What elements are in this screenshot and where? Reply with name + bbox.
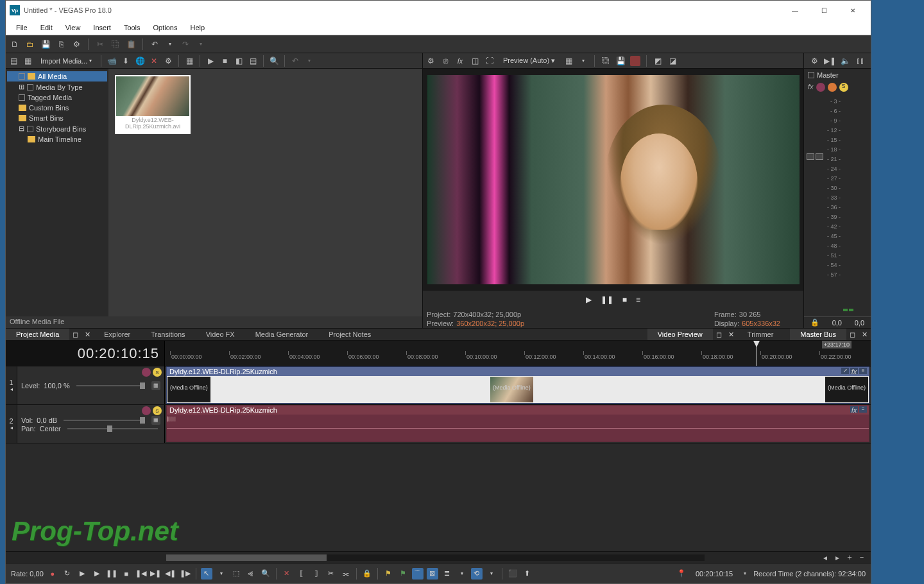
- tab-close-icon[interactable]: ✕: [725, 331, 737, 339]
- stop-icon[interactable]: ■: [121, 568, 132, 580]
- save-snapshot-icon[interactable]: 💾: [615, 56, 626, 66]
- tc-drop-icon[interactable]: ▾: [740, 569, 750, 579]
- open-icon[interactable]: 🗀: [25, 39, 35, 49]
- cut-icon[interactable]: ✂: [95, 39, 105, 49]
- media-props-icon[interactable]: ▤: [8, 56, 19, 66]
- zoom-out-icon[interactable]: －: [857, 553, 867, 563]
- tab-float-icon[interactable]: ◻: [69, 331, 81, 339]
- adjust2-icon[interactable]: ◪: [667, 56, 678, 66]
- preview-viewport[interactable]: [423, 69, 803, 291]
- media-thumb[interactable]: Dyldy.e12.WEB-DLRip.25Kuzmich.avi: [115, 75, 191, 134]
- track-number[interactable]: 2◂: [6, 405, 17, 443]
- drop-icon[interactable]: ▾: [216, 568, 227, 580]
- master-prev-icon[interactable]: ▶❚: [825, 56, 835, 66]
- tab-trimmer[interactable]: Trimmer: [737, 329, 784, 340]
- delete-icon[interactable]: ✕: [149, 56, 159, 66]
- preview-device-icon[interactable]: ⎚: [440, 56, 450, 66]
- search-icon[interactable]: 🔍: [269, 56, 279, 66]
- delete-icon[interactable]: ✕: [281, 568, 293, 580]
- render-region-icon[interactable]: ⬛: [507, 568, 518, 580]
- render-icon[interactable]: ⎘: [56, 39, 66, 49]
- level-slider[interactable]: [76, 385, 145, 386]
- playback-rate[interactable]: Rate: 0,00: [11, 570, 44, 578]
- split-icon[interactable]: ✂: [325, 568, 337, 580]
- get-media-icon[interactable]: ⬇: [121, 56, 131, 66]
- play-icon[interactable]: ▶: [586, 295, 592, 304]
- trim-end-icon[interactable]: ⟧: [311, 568, 322, 580]
- media-lib-icon[interactable]: ▦: [22, 56, 33, 66]
- preview-props-icon[interactable]: ⚙: [425, 56, 436, 66]
- play-start-icon[interactable]: ▶: [76, 568, 88, 580]
- end-marker[interactable]: +23:17:10: [822, 341, 851, 348]
- stop-icon[interactable]: ■: [622, 295, 627, 304]
- mute-icon[interactable]: ▦: [151, 381, 160, 390]
- back-icon[interactable]: ↶: [290, 56, 300, 66]
- playhead[interactable]: [757, 341, 757, 366]
- tab-explorer[interactable]: Explorer: [94, 329, 141, 340]
- solo-icon[interactable]: S: [153, 406, 162, 415]
- tree-media-by-type[interactable]: ⊞Media By Type: [7, 82, 107, 92]
- master-fx-icon[interactable]: fx: [808, 83, 814, 92]
- go-end-icon[interactable]: ▶❚: [150, 568, 162, 580]
- auto-ripple-icon[interactable]: ⟲: [471, 568, 483, 580]
- mute-icon[interactable]: ▦: [151, 416, 160, 425]
- tab-video-fx[interactable]: Video FX: [196, 329, 245, 340]
- auto-preview-icon[interactable]: ◧: [234, 56, 244, 66]
- empty-tracks-area[interactable]: [6, 443, 871, 551]
- properties-icon[interactable]: ⚙: [71, 39, 81, 49]
- pause-icon[interactable]: ❚❚: [601, 295, 613, 304]
- adjust-icon[interactable]: ◩: [653, 56, 663, 66]
- snap-grid-icon[interactable]: ⊠: [427, 568, 438, 580]
- bypass-fx-icon[interactable]: [142, 406, 151, 415]
- lock-icon[interactable]: 🔒: [361, 568, 373, 580]
- clip-fx-icon[interactable]: fx: [850, 406, 858, 413]
- play-icon[interactable]: ▶: [205, 56, 216, 66]
- tab-video-preview[interactable]: Video Preview: [647, 329, 713, 340]
- record-snapshot-icon[interactable]: [630, 56, 640, 66]
- record-icon[interactable]: ●: [47, 568, 58, 580]
- menu-view[interactable]: View: [60, 22, 86, 33]
- maximize-button[interactable]: ☐: [810, 1, 838, 19]
- save-icon[interactable]: 💾: [40, 39, 51, 49]
- lock-icon[interactable]: 🔒: [810, 318, 819, 327]
- tab-project-notes[interactable]: Project Notes: [318, 329, 381, 340]
- vol-slider[interactable]: [64, 420, 145, 421]
- tab-close-icon[interactable]: ✕: [81, 331, 94, 339]
- menu-insert[interactable]: Insert: [88, 22, 116, 33]
- undo-drop-icon[interactable]: ▾: [165, 39, 175, 49]
- close-button[interactable]: ✕: [839, 1, 867, 19]
- clip-fx-icon[interactable]: fx: [850, 368, 858, 374]
- normal-edit-icon[interactable]: ↖: [201, 568, 212, 580]
- copy-snapshot-icon[interactable]: ⿻: [601, 56, 611, 66]
- loop-icon[interactable]: ↻: [62, 568, 73, 580]
- bypass-fx-icon[interactable]: [142, 368, 151, 377]
- new-icon[interactable]: 🗋: [10, 39, 20, 49]
- preview-quality-dropdown[interactable]: Preview (Auto) ▾: [499, 55, 559, 66]
- tab-master-bus[interactable]: Master Bus: [790, 329, 846, 340]
- pan-slider[interactable]: [67, 428, 158, 429]
- track-lane[interactable]: Dyldy.e12.WEB-DLRip.25Kuzmich ⤢ fx ≡ (Me…: [165, 366, 871, 404]
- envelope-icon[interactable]: ⫷: [245, 568, 257, 580]
- selection-icon[interactable]: ⬚: [230, 568, 242, 580]
- stop-icon[interactable]: ■: [219, 56, 230, 66]
- minimize-button[interactable]: —: [781, 1, 809, 19]
- tree-tagged-media[interactable]: Tagged Media: [7, 92, 107, 103]
- track-lane[interactable]: Dyldy.e12.WEB-DLRip.25Kuzmich fx ≡: [165, 405, 871, 443]
- master-fx3-icon[interactable]: S: [839, 83, 848, 92]
- master-fx1-icon[interactable]: [816, 83, 825, 92]
- views-icon[interactable]: ▦: [184, 56, 194, 66]
- overlays-drop-icon[interactable]: ▾: [578, 56, 588, 66]
- cursor-timecode[interactable]: 00:20:10:15: [696, 570, 733, 578]
- paste-icon[interactable]: 📋: [126, 39, 136, 49]
- sequence-icon[interactable]: ▤: [248, 56, 258, 66]
- media-fx-icon[interactable]: ⚙: [163, 56, 173, 66]
- menu-help[interactable]: Help: [185, 22, 210, 33]
- menu-file[interactable]: File: [11, 22, 33, 33]
- timeline-ruler[interactable]: +23:17:10 00:00:00:0000:02:00:0000:04:00…: [165, 341, 871, 366]
- back-drop-icon[interactable]: ▾: [304, 56, 314, 66]
- quantize-icon[interactable]: ≣: [441, 568, 453, 580]
- import-media-button[interactable]: Import Media...▾: [37, 56, 96, 66]
- tab-float-icon[interactable]: ◻: [713, 331, 725, 339]
- menu-edit[interactable]: Edit: [35, 22, 58, 33]
- master-fx2-icon[interactable]: [828, 83, 837, 92]
